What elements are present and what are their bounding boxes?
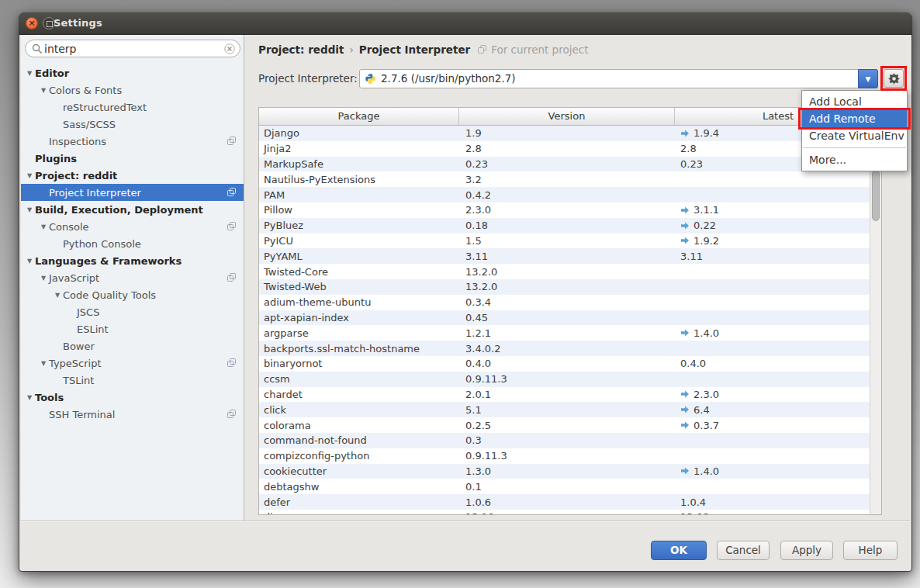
tree-item[interactable]: ▼ Code Quality Tools xyxy=(21,286,244,303)
table-row[interactable]: apt-xapian-index 0.45 xyxy=(259,310,870,326)
tree-item-label: Tools xyxy=(35,392,64,403)
expand-triangle-icon[interactable]: ▼ xyxy=(38,360,49,367)
table-row[interactable]: MarkupSafe 0.23 0.23 xyxy=(259,157,870,172)
tree-item[interactable]: ▼ Sass/SCSS xyxy=(21,116,244,133)
table-row[interactable]: command-not-found 0.3 xyxy=(259,433,870,448)
expand-triangle-icon[interactable]: ▼ xyxy=(24,172,35,179)
menu-item-create-virtualenv[interactable]: Create VirtualEnv xyxy=(802,127,907,144)
copy-settings-icon xyxy=(227,222,237,231)
tree-item[interactable]: ▼ SSH Terminal xyxy=(21,406,244,423)
settings-tree: ▼ Editor ▼ Colors & Fonts ▼ reStructured… xyxy=(21,64,244,423)
table-row[interactable]: adium-theme-ubuntu 0.3.4 xyxy=(259,295,870,310)
package-version: 13.2.0 xyxy=(459,266,675,278)
clear-search-icon[interactable] xyxy=(224,43,235,54)
settings-search-box[interactable] xyxy=(25,40,240,57)
tree-item[interactable]: ▼ Bower xyxy=(21,337,244,355)
menu-item-more[interactable]: More... xyxy=(802,151,907,168)
scrollbar-thumb[interactable] xyxy=(872,170,880,221)
tree-item[interactable]: ▼ Colors & Fonts xyxy=(21,81,244,99)
chevron-down-icon: ▼ xyxy=(866,75,871,83)
table-row[interactable]: PAM 0.4.2 xyxy=(259,187,870,202)
package-version: 13.2.0 xyxy=(459,281,675,292)
package-version: 3.2 xyxy=(459,174,675,185)
tree-item[interactable]: ▼ Editor xyxy=(21,64,244,81)
table-row[interactable]: Nautilus-PyExtensions 3.2 xyxy=(259,171,870,187)
tree-item[interactable]: ▼ ESLint xyxy=(21,320,244,337)
tree-item[interactable]: ▼ Build, Execution, Deployment xyxy=(21,201,244,218)
table-row[interactable]: Twisted-Web 13.2.0 xyxy=(259,279,870,295)
breadcrumb-project[interactable]: Project: reddit xyxy=(258,43,344,56)
package-version: 1.2.1 xyxy=(459,327,675,339)
table-row[interactable]: Twisted-Core 13.2.0 xyxy=(259,264,870,279)
table-row[interactable]: PyYAML 3.11 3.11 xyxy=(259,248,870,264)
upgrade-arrow-icon xyxy=(680,328,690,337)
expand-triangle-icon[interactable]: ▼ xyxy=(38,223,49,230)
tree-item[interactable]: ▼ Project: reddit xyxy=(21,167,244,184)
table-row[interactable]: binaryornot 0.4.0 0.4.0 xyxy=(259,356,870,372)
ok-button[interactable]: OK xyxy=(651,541,707,560)
column-header-version[interactable]: Version xyxy=(459,108,675,125)
upgrade-arrow-icon xyxy=(680,466,690,476)
tree-item[interactable]: ▼ TypeScript xyxy=(21,355,244,372)
apply-button[interactable]: Apply xyxy=(780,541,833,560)
table-row[interactable]: Pillow 2.3.0 3.1.1 xyxy=(259,202,870,218)
table-row[interactable]: click 5.1 6.4 xyxy=(259,402,870,417)
expand-triangle-icon[interactable]: ▼ xyxy=(38,87,49,94)
package-version: 3.4.0.2 xyxy=(459,343,675,355)
table-row[interactable]: backports.ssl-match-hostname 3.4.0.2 xyxy=(259,341,870,356)
menu-item-add-remote[interactable]: Add Remote xyxy=(802,110,907,127)
expand-triangle-icon[interactable]: ▼ xyxy=(24,258,35,265)
table-row[interactable]: argparse 1.2.1 1.4.0 xyxy=(259,325,870,341)
table-row[interactable]: debtagshw 0.1 xyxy=(259,479,870,494)
combo-dropdown-button[interactable]: ▼ xyxy=(858,69,878,88)
tree-item[interactable]: ▼ reStructuredText xyxy=(21,99,244,116)
table-row[interactable]: PyBluez 0.18 0.22 xyxy=(259,218,870,233)
tree-item[interactable]: ▼ Tools xyxy=(21,389,244,406)
tree-item[interactable]: ▼ Project Interpreter xyxy=(21,184,244,201)
expand-triangle-icon[interactable]: ▼ xyxy=(38,275,49,282)
tree-item-label: Sass/SCSS xyxy=(63,119,116,130)
menu-item-add-local[interactable]: Add Local xyxy=(802,93,907,110)
expand-triangle-icon[interactable]: ▼ xyxy=(24,394,35,401)
tree-item-label: ESLint xyxy=(77,323,109,335)
package-name: Twisted-Core xyxy=(259,266,459,278)
table-row[interactable]: compizconfig-python 0.9.11.3 xyxy=(259,448,870,464)
tree-item-label: Colors & Fonts xyxy=(49,85,122,96)
cancel-button[interactable]: Cancel xyxy=(717,541,770,560)
tree-item-label: TSLint xyxy=(63,375,94,386)
package-latest: 0.3.7 xyxy=(693,420,719,431)
tree-item[interactable]: ▼ Languages & Frameworks xyxy=(21,252,244,269)
package-table-body: Django 1.9 1.9.4 Jinja2 2.8 2.8 MarkupSa… xyxy=(259,126,870,514)
tree-item[interactable]: ▼ Python Console xyxy=(21,235,244,252)
table-row[interactable]: dirspec 13.10 13.08 xyxy=(259,510,870,514)
table-row[interactable]: PyICU 1.5 1.9.2 xyxy=(259,233,870,249)
tree-item[interactable]: ▼ Console xyxy=(21,218,244,235)
search-input[interactable] xyxy=(44,41,215,56)
table-row[interactable]: cookiecutter 1.3.0 1.4.0 xyxy=(259,464,870,479)
upgrade-arrow-icon xyxy=(680,405,690,414)
package-name: Twisted-Web xyxy=(259,281,459,292)
expand-triangle-icon[interactable]: ▼ xyxy=(24,206,35,213)
expand-triangle-icon[interactable]: ▼ xyxy=(24,70,35,77)
tree-item-label: Project Interpreter xyxy=(49,187,141,199)
package-latest: 1.4.0 xyxy=(693,327,719,339)
package-table: Package Version Latest Django 1.9 1.9.4 … xyxy=(258,107,882,515)
table-row[interactable]: Jinja2 2.8 2.8 xyxy=(259,141,870,157)
tree-item[interactable]: ▼ TSLint xyxy=(21,372,244,389)
tree-item[interactable]: ▼ JavaScript xyxy=(21,269,244,286)
tree-item[interactable]: ▼ Inspections xyxy=(21,133,244,150)
table-row[interactable]: ccsm 0.9.11.3 xyxy=(259,372,870,387)
interpreter-combobox[interactable]: 2.7.6 (/usr/bin/python2.7) ▼ xyxy=(359,69,878,88)
tree-item[interactable]: ▼ JSCS xyxy=(21,303,244,320)
table-row[interactable]: chardet 2.0.1 2.3.0 xyxy=(259,387,870,403)
table-row[interactable]: defer 1.0.6 1.0.4 xyxy=(259,494,870,510)
close-icon[interactable]: × xyxy=(26,17,38,29)
table-row[interactable]: colorama 0.2.5 0.3.7 xyxy=(259,417,870,433)
package-version: 0.3 xyxy=(459,434,675,446)
column-header-package[interactable]: Package xyxy=(259,108,459,125)
help-button[interactable]: Help xyxy=(843,541,898,560)
interpreter-gear-button[interactable] xyxy=(884,69,904,88)
expand-triangle-icon[interactable]: ▼ xyxy=(52,292,63,299)
tree-item[interactable]: ▼ Plugins xyxy=(21,150,244,167)
table-row[interactable]: Django 1.9 1.9.4 xyxy=(259,126,870,141)
